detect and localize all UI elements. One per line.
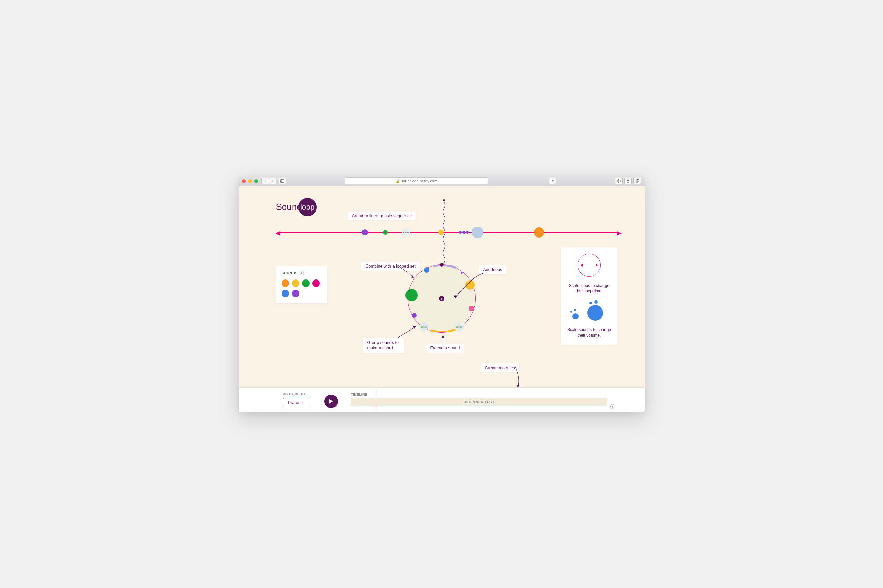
sequence-note[interactable] xyxy=(459,231,462,234)
sound-swatch[interactable] xyxy=(302,279,310,287)
logo: Sound loop xyxy=(276,198,317,216)
arrow-left-icon: ◀ xyxy=(276,230,280,237)
scale-loop-diagram xyxy=(577,254,601,277)
timeline-section: TIMELINE BEGINNER TEST + xyxy=(351,393,607,406)
loop-note[interactable] xyxy=(412,313,417,318)
loop-note[interactable] xyxy=(440,263,444,267)
browser-chrome: ‹ › 🔒 soundloop.netlify.com ↻ xyxy=(238,176,645,186)
sequence-note[interactable] xyxy=(534,227,544,237)
traffic-lights xyxy=(242,179,258,183)
minimize-window-button[interactable] xyxy=(248,179,252,183)
reload-button[interactable]: ↻ xyxy=(549,178,556,184)
sequence-note[interactable] xyxy=(466,231,469,234)
sequence-note[interactable] xyxy=(472,226,483,238)
callout-group: Group sounds to make a chord xyxy=(363,338,404,354)
chevron-right-icon: › xyxy=(302,400,303,405)
loop-note[interactable] xyxy=(461,272,463,274)
downloads-button[interactable] xyxy=(615,178,622,184)
sound-swatches xyxy=(282,279,322,297)
sequence-note[interactable] xyxy=(462,231,465,234)
logo-text-2: loop xyxy=(300,203,315,212)
tabs-button[interactable] xyxy=(634,178,641,184)
share-icon xyxy=(626,179,630,183)
instrument-select[interactable]: Piano › xyxy=(283,398,311,407)
sequence-note[interactable] xyxy=(383,230,388,235)
url-text: soundloop.netlify.com xyxy=(402,179,438,183)
info-panel: Scale loops to change their loop time. S… xyxy=(561,248,618,345)
loop-circle[interactable]: + xyxy=(408,264,476,333)
callout-modules: Create modules xyxy=(481,363,519,372)
svg-point-6 xyxy=(443,199,445,201)
add-module-button[interactable]: + xyxy=(610,404,615,409)
svg-rect-4 xyxy=(636,180,638,183)
sequence-note[interactable] xyxy=(362,230,368,236)
lock-icon: 🔒 xyxy=(396,179,400,183)
share-button[interactable] xyxy=(624,178,632,184)
sound-swatch[interactable] xyxy=(292,279,299,287)
sound-swatch[interactable] xyxy=(292,290,299,297)
sidebar-icon xyxy=(280,179,284,183)
loop-note[interactable] xyxy=(465,280,475,290)
timeline-rule xyxy=(351,406,607,406)
sequence-note[interactable] xyxy=(438,230,444,235)
app-canvas: Sound loop ◀ ▶ Create a linear music seq… xyxy=(238,186,645,387)
arrow-right-icon: ▶ xyxy=(617,230,622,237)
loop-note[interactable] xyxy=(405,289,418,302)
play-button[interactable] xyxy=(324,394,338,408)
callout-add-loops: Add loops xyxy=(479,265,507,274)
sound-swatch[interactable] xyxy=(282,290,289,297)
sounds-palette: SOUNDS + xyxy=(276,266,327,303)
sound-swatch[interactable] xyxy=(312,279,320,287)
timeline-module[interactable]: BEGINNER TEST xyxy=(351,398,607,406)
info-scale-sounds-text: Scale sounds to change their volume. xyxy=(566,327,613,339)
logo-disc: loop xyxy=(298,198,317,216)
forward-button[interactable]: › xyxy=(269,178,276,184)
callout-extend: Extend a sound xyxy=(426,344,464,352)
loop-chord-group[interactable] xyxy=(420,322,428,332)
loop-note[interactable] xyxy=(424,267,429,273)
close-window-button[interactable] xyxy=(242,179,246,183)
instrument-picker: INSTRUMENT Piano › xyxy=(283,393,311,407)
footer-bar: INSTRUMENT Piano › TIMELINE BEGINNER TES… xyxy=(238,387,645,412)
scale-sound-diagram xyxy=(570,300,608,321)
sound-swatch[interactable] xyxy=(282,279,289,287)
timeline-module-name: BEGINNER TEST xyxy=(463,400,494,404)
arrow-extend xyxy=(441,335,445,343)
instrument-label: INSTRUMENT xyxy=(283,393,311,396)
back-button[interactable]: ‹ xyxy=(261,178,269,184)
sounds-title: SOUNDS xyxy=(282,271,298,275)
add-sound-button[interactable]: + xyxy=(300,271,304,275)
nav-back-forward: ‹ › xyxy=(261,178,276,184)
info-scale-loops-text: Scale loops to change their loop time. xyxy=(566,283,613,294)
loop-note[interactable] xyxy=(469,306,474,311)
tabs-icon xyxy=(636,179,639,183)
maximize-window-button[interactable] xyxy=(254,179,258,183)
logo-text-1: Sound xyxy=(276,202,302,212)
svg-rect-0 xyxy=(280,180,284,183)
download-icon xyxy=(617,179,621,183)
timeline-label: TIMELINE xyxy=(351,393,607,396)
instrument-value: Piano xyxy=(288,400,299,405)
address-bar[interactable]: 🔒 soundloop.netlify.com xyxy=(345,177,488,184)
svg-rect-5 xyxy=(637,180,639,182)
sounds-header: SOUNDS + xyxy=(282,271,322,275)
callout-linear: Create a linear music sequence xyxy=(348,212,416,220)
add-loop-center-button[interactable]: + xyxy=(439,296,444,302)
callout-combine: Combine with a looped set xyxy=(361,262,420,271)
play-icon xyxy=(329,399,333,404)
arrow-group xyxy=(396,324,420,339)
sequence-chord-group[interactable] xyxy=(402,228,410,237)
browser-window: ‹ › 🔒 soundloop.netlify.com ↻ + Sound xyxy=(238,176,645,412)
chrome-right-group xyxy=(615,178,641,184)
linear-sequence-track[interactable] xyxy=(280,232,618,233)
sidebar-toggle-button[interactable] xyxy=(279,178,286,184)
loop-chord-group[interactable] xyxy=(455,322,463,332)
